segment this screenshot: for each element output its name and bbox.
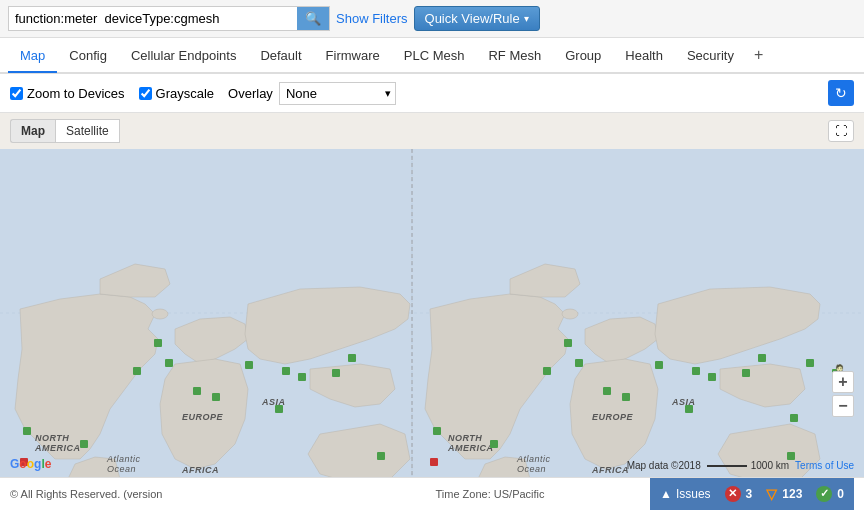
issue-icon-red: ✕ [725, 486, 741, 502]
issues-section: ▲ Issues ✕ 3 ▽ 123 ✓ 0 [650, 478, 854, 510]
marker-green [806, 359, 814, 367]
search-button[interactable]: 🔍 [297, 7, 329, 30]
marker-green [575, 359, 583, 367]
marker-red [430, 458, 438, 466]
issues-arrow-icon: ▲ [660, 487, 672, 501]
zoom-to-devices-checkbox[interactable]: Zoom to Devices [10, 86, 125, 101]
marker-green [622, 393, 630, 401]
scale-bar: 1000 km [707, 460, 789, 471]
svg-point-3 [152, 309, 168, 319]
copyright-text: © All Rights Reserved. (version [10, 488, 330, 500]
quick-view-arrow-icon: ▾ [524, 13, 529, 24]
marker-green [245, 361, 253, 369]
marker-green [165, 359, 173, 367]
marker-green [685, 405, 693, 413]
overlay-select-wrapper: None Signal Strength Coverage [279, 82, 396, 105]
marker-green [742, 369, 750, 377]
refresh-button[interactable]: ↻ [828, 80, 854, 106]
map-type-controls: Map Satellite ⛶ [0, 113, 864, 149]
marker-green [282, 367, 290, 375]
issue-icon-orange: ▽ [766, 486, 777, 502]
marker-green [692, 367, 700, 375]
issue-count-red: ✕ 3 [725, 486, 753, 502]
marker-green [80, 440, 88, 448]
bottom-bar: © All Rights Reserved. (version Time Zon… [0, 477, 864, 509]
google-logo: Google [10, 457, 51, 471]
issue-count-orange: ▽ 123 [766, 486, 802, 502]
expand-map-button[interactable]: ⛶ [828, 120, 854, 142]
marker-green [193, 387, 201, 395]
tab-security[interactable]: Security [675, 40, 746, 73]
marker-green [332, 369, 340, 377]
map-container[interactable]: NORTHAMERICA SOUTHAMERICA EUROPE AFRICA … [0, 149, 864, 477]
map-attribution: Map data ©2018 1000 km Terms of Use [627, 460, 854, 471]
marker-green [655, 361, 663, 369]
grayscale-input[interactable] [139, 87, 152, 100]
marker-green [708, 373, 716, 381]
overlay-group: Overlay None Signal Strength Coverage [228, 82, 396, 105]
timezone-text: Time Zone: US/Pacific [330, 488, 650, 500]
marker-green [790, 414, 798, 422]
search-input-wrapper: 🔍 [8, 6, 330, 31]
marker-green [490, 440, 498, 448]
search-input[interactable] [9, 7, 297, 30]
terms-of-use-link[interactable]: Terms of Use [795, 460, 854, 471]
tab-rf-mesh[interactable]: RF Mesh [476, 40, 553, 73]
map-view-button[interactable]: Map [10, 119, 55, 143]
map-background [0, 149, 864, 477]
overlay-select[interactable]: None Signal Strength Coverage [279, 82, 396, 105]
marker-green [758, 354, 766, 362]
nav-tabs: Map Config Cellular Endpoints Default Fi… [0, 38, 864, 74]
zoom-to-devices-input[interactable] [10, 87, 23, 100]
tab-group[interactable]: Group [553, 40, 613, 73]
marker-green [133, 367, 141, 375]
add-tab-button[interactable]: + [746, 38, 771, 72]
marker-green [348, 354, 356, 362]
tab-map[interactable]: Map [8, 40, 57, 73]
marker-green [433, 427, 441, 435]
grayscale-checkbox[interactable]: Grayscale [139, 86, 215, 101]
tab-cellular-endpoints[interactable]: Cellular Endpoints [119, 40, 249, 73]
marker-green [377, 452, 385, 460]
marker-green [154, 339, 162, 347]
tab-default[interactable]: Default [248, 40, 313, 73]
marker-green [603, 387, 611, 395]
marker-green [543, 367, 551, 375]
issues-label[interactable]: ▲ Issues [660, 487, 711, 501]
zoom-in-button[interactable]: + [832, 371, 854, 393]
zoom-out-button[interactable]: − [832, 395, 854, 417]
marker-green [298, 373, 306, 381]
satellite-view-button[interactable]: Satellite [55, 119, 120, 143]
zoom-controls: + − [832, 371, 854, 417]
tab-firmware[interactable]: Firmware [314, 40, 392, 73]
quick-view-button[interactable]: Quick View/Rule ▾ [414, 6, 540, 31]
svg-point-4 [562, 309, 578, 319]
marker-green [23, 427, 31, 435]
tab-config[interactable]: Config [57, 40, 119, 73]
toolbar: Zoom to Devices Grayscale Overlay None S… [0, 74, 864, 113]
tab-plc-mesh[interactable]: PLC Mesh [392, 40, 477, 73]
issue-icon-green: ✓ [816, 486, 832, 502]
search-bar: 🔍 Show Filters Quick View/Rule ▾ [0, 0, 864, 38]
issue-count-green: ✓ 0 [816, 486, 844, 502]
marker-green [212, 393, 220, 401]
show-filters-link[interactable]: Show Filters [336, 11, 408, 26]
marker-green [787, 452, 795, 460]
marker-green [564, 339, 572, 347]
marker-green [275, 405, 283, 413]
tab-health[interactable]: Health [613, 40, 675, 73]
